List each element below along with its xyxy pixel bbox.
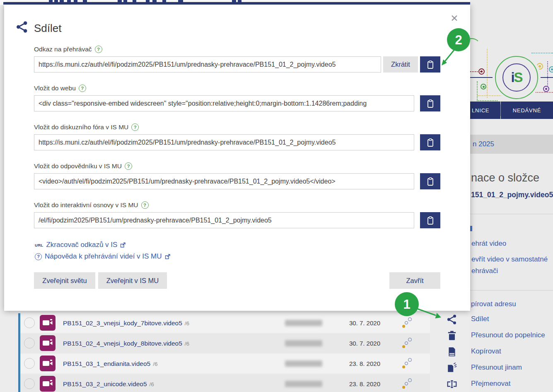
field-label: Odkaz na přehrávač ? <box>34 44 440 54</box>
table-row[interactable]: PB151_03_1_endianita.video5/6 23. 8. 202… <box>20 354 430 373</box>
video-file-icon <box>40 356 56 371</box>
copy-button[interactable] <box>420 212 440 228</box>
menu-item-copy[interactable]: Kopírovat <box>471 347 501 356</box>
open-standalone-player-link-line2[interactable]: ehrávači <box>471 267 498 275</box>
author-redacted <box>285 340 322 346</box>
menu-item-rename[interactable]: Přejmenovat <box>471 380 510 388</box>
quiz-embed-input[interactable]: <video>/auth/el/fi/podzim2025/PB151/um/p… <box>34 173 414 189</box>
clipped-icon <box>470 226 472 231</box>
file-name[interactable]: PB151_02_3_vnejsi_kody_7bitove.video5/6 <box>63 313 189 333</box>
shorten-button[interactable]: Zkrátit <box>383 56 418 73</box>
field-label: Vložit do interaktivní osnovy v IS MU ? <box>34 200 440 210</box>
access-rights-icon[interactable] <box>402 317 413 329</box>
external-link-icon <box>165 254 170 259</box>
table-row[interactable]: PB151_03_2_unicode.video5/6 23. 8. 2020 <box>20 374 430 392</box>
field-syllabus-embed: Vložit do interaktivní osnovy v IS MU ? … <box>34 200 440 228</box>
decor-green-arc <box>470 38 481 56</box>
copy-button[interactable] <box>420 95 440 111</box>
logo-fragment <box>74 0 77 2</box>
tab-nedavne[interactable]: NEDÁVNÉ <box>501 102 553 119</box>
menu-item-copy-address[interactable]: pírovat adresu <box>471 300 516 308</box>
publish-in-ismu-button[interactable]: Zveřejnit v IS MU <box>98 272 167 289</box>
help-icon[interactable]: ? <box>131 123 139 131</box>
forum-link-input[interactable]: https://is.muni.cz/auth/el/fi/podzim2025… <box>34 134 414 150</box>
table-row[interactable]: PB151_02_3_vnejsi_kody_7bitove.video5/6 … <box>20 313 430 333</box>
help-icon[interactable]: ? <box>125 162 132 170</box>
field-player-link: Odkaz na přehrávač ? https://is.muni.cz/… <box>34 44 440 73</box>
decor-dotted-line <box>487 49 488 98</box>
external-link-icon <box>120 242 126 248</box>
panel-heading: nace o složce <box>471 172 539 184</box>
url-icon: URL <box>35 243 43 247</box>
close-icon[interactable]: ✕ <box>448 12 461 24</box>
table-row[interactable]: PB151_02_4_vnejsi_kody_8bitove.video5/6 … <box>20 334 430 353</box>
access-rights-icon[interactable] <box>402 337 413 349</box>
field-quiz-embed: Vložit do odpovědníku v IS MU ? <video>/… <box>34 161 440 189</box>
logo-fragment <box>49 0 53 2</box>
decor-node <box>543 86 549 92</box>
publish-to-world-button[interactable]: Zveřejnit světu <box>34 272 95 289</box>
url-shortener-link[interactable]: URL Zkracovač odkazů v IS <box>35 239 170 251</box>
row-radio-button[interactable] <box>24 338 35 348</box>
menu-item-move-to-trash[interactable]: Přesunout do popelnice <box>471 331 545 339</box>
row-radio-button[interactable] <box>24 378 35 389</box>
player-link-input[interactable]: https://is.muni.cz/auth/el/fi/podzim2025… <box>34 56 381 73</box>
access-rights-icon[interactable] <box>402 357 413 370</box>
menu-item-share[interactable]: Sdílet <box>471 315 489 323</box>
logo-fragment <box>54 0 58 2</box>
copy-button[interactable] <box>420 56 440 73</box>
help-icon[interactable]: ? <box>79 85 86 92</box>
row-radio-button[interactable] <box>24 358 35 369</box>
dialog-title: Sdílet <box>34 22 62 35</box>
video-help-link[interactable]: ? Nápověda k přehrávání videí v IS MU <box>35 251 170 262</box>
file-suffix: /6 <box>185 341 189 347</box>
file-name[interactable]: PB151_03_2_unicode.video5/6 <box>63 374 154 392</box>
tab-divider <box>500 104 501 116</box>
clipboard-icon <box>427 177 434 186</box>
open-standalone-player-link-line1[interactable]: evřít video v samostatné <box>471 255 548 264</box>
clipboard-icon <box>427 99 434 108</box>
row-radio-button[interactable] <box>24 317 35 328</box>
file-suffix: /6 <box>150 381 154 387</box>
breadcrumb-term[interactable]: n 2025 <box>470 135 553 154</box>
file-list: PB151_02_3_vnejsi_kody_7bitove.video5/6 … <box>0 313 470 392</box>
file-suffix: /6 <box>185 320 189 327</box>
help-icon[interactable]: ? <box>95 46 102 53</box>
author-redacted <box>285 320 322 326</box>
file-name[interactable]: PB151_02_4_vnejsi_kody_8bitove.video5/6 <box>63 334 189 353</box>
video-file-icon <box>40 335 56 351</box>
logo-fragment <box>118 0 122 2</box>
decor-node <box>481 84 486 90</box>
question-icon: ? <box>35 253 42 260</box>
copy-button[interactable] <box>420 173 440 189</box>
decor-dotted-line <box>547 61 548 87</box>
file-date: 23. 8. 2020 <box>346 374 380 392</box>
close-dialog-button[interactable]: Zavřít <box>389 272 440 289</box>
logo-fragment <box>232 0 236 2</box>
clipboard-icon <box>427 138 434 147</box>
field-label: Vložit do odpovědníku v IS MU ? <box>34 161 440 171</box>
tab-popelnice-truncated[interactable]: LNICE <box>470 102 500 119</box>
logo-fragment <box>67 0 71 2</box>
panel-divider <box>470 290 553 290</box>
menu-item-move-elsewhere[interactable]: Přesunout jinam <box>471 363 522 372</box>
share-icon <box>16 21 28 33</box>
author-redacted <box>285 381 322 387</box>
copy-button[interactable] <box>420 134 440 150</box>
logo-fragment <box>178 0 183 2</box>
file-date: 23. 8. 2020 <box>346 354 380 373</box>
video-file-icon <box>40 315 56 331</box>
help-icon[interactable]: ? <box>141 201 149 209</box>
logo-fragment <box>146 0 150 2</box>
play-video-link[interactable]: ehrát video <box>471 240 506 248</box>
file-name[interactable]: PB151_03_1_endianita.video5/6 <box>63 354 157 374</box>
logo-fragment <box>152 0 157 2</box>
field-label: Vložit do webu ? <box>34 83 440 93</box>
file-suffix: /6 <box>153 361 157 367</box>
embed-web-input[interactable]: <div class="responsive-embed widescreen"… <box>34 95 414 111</box>
share-dialog: Sdílet ✕ Odkaz na přehrávač ? https://is… <box>4 5 470 311</box>
dialog-links: URL Zkracovač odkazů v IS ? Nápověda k p… <box>35 239 170 262</box>
clipboard-icon <box>427 216 434 225</box>
syllabus-embed-input[interactable]: /el/fi/podzim2025/PB151/um/prednasky-pre… <box>34 212 414 228</box>
access-rights-icon[interactable] <box>402 377 413 390</box>
